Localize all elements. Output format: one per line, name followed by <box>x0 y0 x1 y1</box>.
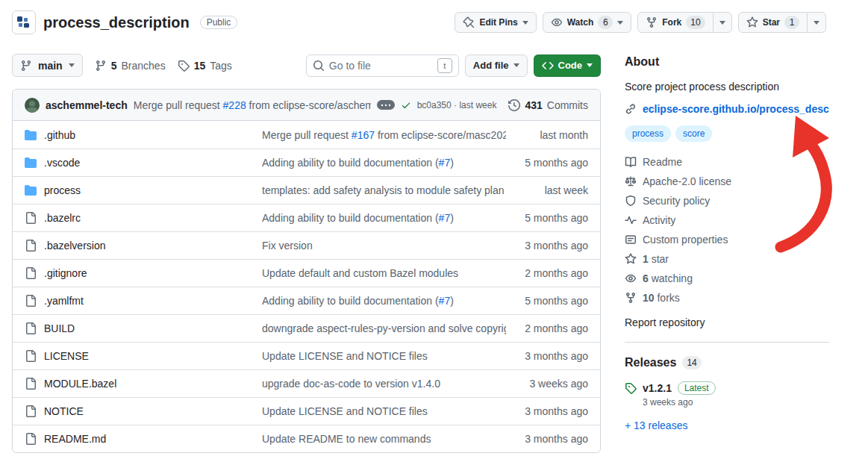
code-button[interactable]: Code <box>534 54 602 77</box>
sidebar-item-license[interactable]: Apache-2.0 license <box>625 175 829 188</box>
sidebar-item-watching[interactable]: 6 watching <box>625 272 829 285</box>
commit-author-avatar[interactable] <box>25 98 40 113</box>
file-name-link[interactable]: .gitignore <box>44 267 87 279</box>
fork-button[interactable]: Fork 10 <box>637 12 713 33</box>
commit-age-link[interactable]: last week <box>506 184 588 196</box>
file-icon <box>25 405 37 417</box>
commit-age-link[interactable]: 5 months ago <box>506 212 588 224</box>
star-dropdown-button[interactable] <box>807 12 826 33</box>
branches-link[interactable]: 5 Branches <box>95 60 166 72</box>
pr-number-link[interactable]: #7 <box>439 212 451 224</box>
file-name-link[interactable]: process <box>44 184 81 196</box>
sidebar-item-custom-properties[interactable]: Custom properties <box>625 233 829 246</box>
releases-title[interactable]: Releases <box>625 356 676 369</box>
commit-message-link[interactable]: downgrade aspect-rules-py-version and so… <box>262 322 506 334</box>
commit-sha-time[interactable]: bc0a350 · last week <box>417 100 497 110</box>
fork-dropdown-button[interactable] <box>713 12 732 33</box>
commit-age-link[interactable]: 5 months ago <box>506 157 588 169</box>
latest-release-link[interactable]: v1.2.1 Latest <box>625 381 829 395</box>
commit-message-link[interactable]: Adding ability to build documentation (#… <box>262 157 506 169</box>
commit-age-link[interactable]: 3 weeks ago <box>506 378 588 390</box>
commit-history-link[interactable]: 431 Commits <box>508 99 588 111</box>
report-repository-link[interactable]: Report repository <box>625 316 705 328</box>
commit-age-link[interactable]: 3 months ago <box>506 405 588 417</box>
sidebar-item-activity[interactable]: Activity <box>625 213 829 227</box>
commit-author-link[interactable]: aschemmel-tech <box>46 99 128 111</box>
website-link[interactable]: eclipse-score.github.io/process_descr… <box>643 103 829 115</box>
table-row[interactable]: LICENSE Update LICENSE and NOTICE files … <box>13 342 600 369</box>
checks-success-icon[interactable] <box>401 100 411 110</box>
file-name-link[interactable]: LICENSE <box>44 350 89 362</box>
commit-message-expand-button[interactable] <box>377 100 395 110</box>
file-name-link[interactable]: NOTICE <box>44 405 84 417</box>
add-file-button[interactable]: Add file <box>465 54 528 77</box>
table-row[interactable]: .yamlfmt Adding ability to build documen… <box>13 287 600 314</box>
commit-message-link[interactable]: Adding ability to build documentation (#… <box>262 295 506 307</box>
file-name-link[interactable]: .yamlfmt <box>44 295 84 307</box>
topic-pill[interactable]: process <box>625 125 671 142</box>
latest-badge: Latest <box>678 381 716 395</box>
repo-title[interactable]: process_description <box>43 14 190 31</box>
commit-message-link[interactable]: templates: add safety analysis to module… <box>262 184 506 196</box>
pr-number-link[interactable]: #7 <box>439 295 451 307</box>
sidebar-item-security[interactable]: Security policy <box>625 194 829 207</box>
tag-icon <box>178 60 190 72</box>
file-name-link[interactable]: .bazelrc <box>44 212 81 224</box>
table-row[interactable]: BUILD downgrade aspect-rules-py-version … <box>13 314 600 342</box>
star-button[interactable]: Star 1 <box>738 12 808 33</box>
eye-icon <box>625 272 637 284</box>
pr-number-link[interactable]: #7 <box>439 157 451 169</box>
table-row[interactable]: NOTICE Update LICENSE and NOTICE files 3… <box>13 397 600 425</box>
sidebar-item-readme[interactable]: Readme <box>625 155 829 169</box>
go-to-file-input[interactable] <box>329 60 433 72</box>
sidebar-item-forks[interactable]: 10 forks <box>625 291 829 305</box>
code-icon <box>542 60 554 72</box>
commit-message-link[interactable]: Adding ability to build documentation (#… <box>262 212 506 224</box>
table-row[interactable]: README.md Update README to new commands … <box>13 425 600 452</box>
pr-number-link[interactable]: #167 <box>352 129 375 141</box>
topic-pill[interactable]: score <box>675 125 712 142</box>
table-row[interactable]: .bazelversion Fix version 3 months ago <box>13 231 600 259</box>
sidebar-item-stars[interactable]: 1 star <box>625 252 829 266</box>
commit-message-link[interactable]: upgrade doc-as-code to version v1.4.0 <box>262 378 506 390</box>
org-avatar[interactable] <box>12 10 36 34</box>
table-row[interactable]: MODULE.bazel upgrade doc-as-code to vers… <box>13 369 600 397</box>
edit-pins-button[interactable]: Edit Pins <box>455 12 536 33</box>
commit-message-link[interactable]: Update LICENSE and NOTICE files <box>262 350 506 362</box>
star-icon <box>625 253 637 265</box>
file-name-link[interactable]: .vscode <box>44 157 80 169</box>
commit-message-link[interactable]: Fix version <box>262 240 506 252</box>
file-name-link[interactable]: BUILD <box>44 322 75 334</box>
release-version: v1.2.1 <box>643 382 672 394</box>
file-name-link[interactable]: README.md <box>44 433 106 445</box>
commit-age-link[interactable]: 5 months ago <box>506 295 588 307</box>
commit-message-link[interactable]: Update LICENSE and NOTICE files <box>262 405 506 417</box>
table-row[interactable]: .vscode Adding ability to build document… <box>13 149 600 176</box>
more-releases-link[interactable]: + 13 releases <box>625 419 687 431</box>
commit-age-link[interactable]: 2 months ago <box>506 322 588 334</box>
file-name-link[interactable]: .github <box>44 129 75 141</box>
commit-age-link[interactable]: 3 months ago <box>506 350 588 362</box>
commit-age-link[interactable]: 3 months ago <box>506 240 588 252</box>
table-row[interactable]: .gitignore Update default and custom Baz… <box>13 259 600 287</box>
table-row[interactable]: .bazelrc Adding ability to build documen… <box>13 204 600 231</box>
tags-link[interactable]: 15 Tags <box>178 60 232 72</box>
branch-selector[interactable]: main <box>12 54 83 77</box>
watch-button[interactable]: Watch 6 <box>543 12 632 33</box>
pin-icon <box>463 16 475 28</box>
table-row[interactable]: .github Merge pull request #167 from ecl… <box>13 121 600 149</box>
commit-age-link[interactable]: 3 months ago <box>506 433 588 445</box>
commit-age-link[interactable]: 2 months ago <box>506 267 588 279</box>
header-actions: Edit Pins Watch 6 Fork 10 <box>455 12 826 33</box>
pr-number-link[interactable]: #228 <box>223 99 246 111</box>
commit-sha[interactable]: bc0a350 <box>417 100 452 110</box>
commit-age-link[interactable]: last month <box>506 129 588 141</box>
file-name-link[interactable]: MODULE.bazel <box>44 378 116 390</box>
commit-message-link[interactable]: Update default and custom Bazel modules <box>262 267 506 279</box>
table-row[interactable]: process templates: add safety analysis t… <box>13 176 600 204</box>
commit-message-link[interactable]: Update README to new commands <box>262 433 506 445</box>
commit-message-text: Merge pull request <box>134 99 223 111</box>
commit-message-link[interactable]: Merge pull request #167 from eclipse-sco… <box>262 129 506 141</box>
commit-message[interactable]: Merge pull request #228 from eclipse-sco… <box>134 99 371 111</box>
file-name-link[interactable]: .bazelversion <box>44 240 106 252</box>
